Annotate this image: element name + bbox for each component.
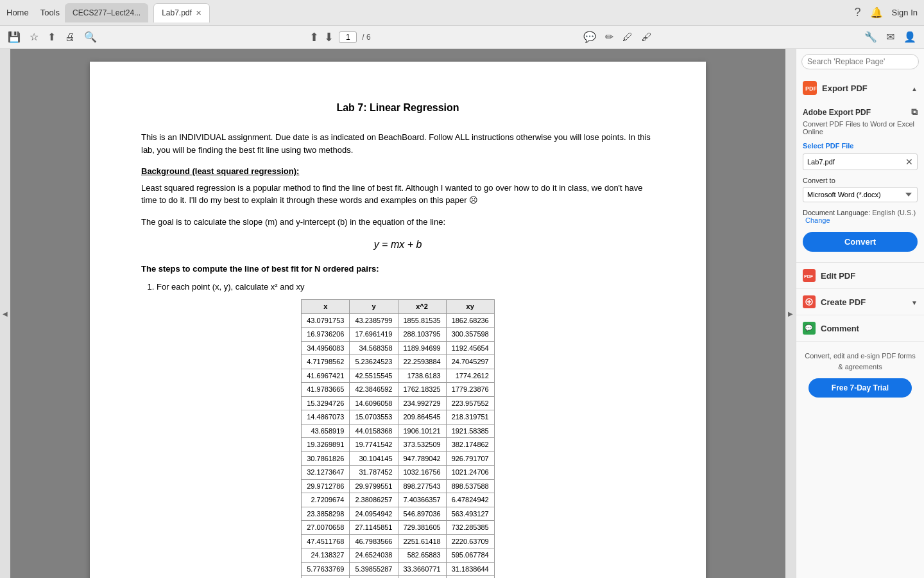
table-cell: 1921.58385 xyxy=(446,424,494,438)
table-row: 15.329472614.6096058234.992729223.957552 xyxy=(302,396,495,410)
table-cell: 27.1145851 xyxy=(350,521,398,535)
table-cell: 373.532509 xyxy=(398,438,446,452)
pdf-goal-text: The goal is to calculate the slope (m) a… xyxy=(141,216,654,229)
comment-icon[interactable]: 💬 xyxy=(583,31,596,43)
table-cell: 1855.81535 xyxy=(398,313,446,328)
table-cell: 23.3858298 xyxy=(302,507,350,521)
search-magnify-icon[interactable]: 🔍 xyxy=(84,31,97,43)
tab-lab7[interactable]: Lab7.pdf ✕ xyxy=(153,3,210,22)
pdf-section1-body: Least squared regression is a popular me… xyxy=(141,182,654,207)
next-page-icon[interactable]: ⬇ xyxy=(324,30,334,44)
table-cell: 47.4511768 xyxy=(302,534,350,548)
table-cell: 22.2593884 xyxy=(398,355,446,369)
create-pdf-item[interactable]: Create PDF xyxy=(796,289,924,315)
export-pdf-label: Export PDF xyxy=(822,83,868,93)
table-row: 4.717985625.2362452322.259388424.7045297 xyxy=(302,355,495,369)
table-row: 47.451176846.79835662251.614182220.63709 xyxy=(302,534,495,548)
edit-pdf-icon: PDF xyxy=(803,269,816,282)
nav-tools[interactable]: Tools xyxy=(40,8,60,17)
table-cell: 546.897036 xyxy=(398,507,446,521)
table-row: 24.13832724.6524038582.65883595.067784 xyxy=(302,548,495,563)
table-row: 6.640735085.4649059844.099362442.9317279 xyxy=(302,576,495,579)
table-cell: 15.3294726 xyxy=(302,396,350,410)
prev-page-icon[interactable]: ⬆ xyxy=(309,30,319,44)
pdf-file-name: Lab7.pdf xyxy=(807,158,835,166)
table-cell: 24.138327 xyxy=(302,548,350,563)
free-trial-button[interactable]: Free 7-Day Trial xyxy=(809,378,912,398)
table-row: 27.007065827.1145851729.381605732.285385 xyxy=(302,521,495,535)
right-collapse-arrow[interactable]: ▶ xyxy=(785,49,796,578)
print-icon[interactable]: 🖨 xyxy=(65,31,75,43)
export-pdf-content: Adobe Export PDF ⧉ Convert PDF Files to … xyxy=(796,101,924,262)
export-pdf-icon: PDF xyxy=(803,81,817,95)
export-pdf-chevron[interactable] xyxy=(911,83,918,93)
pdf-steps-title: The steps to compute the line of best fi… xyxy=(141,263,654,276)
create-pdf-chevron[interactable] xyxy=(911,297,918,307)
col-x: x xyxy=(302,300,350,314)
table-cell: 46.7983566 xyxy=(350,534,398,548)
doc-language-label: Document Language: xyxy=(803,209,870,216)
table-cell: 1021.24706 xyxy=(446,466,494,480)
save-icon[interactable]: 💾 xyxy=(8,31,21,43)
stamp-icon[interactable]: 🖋 xyxy=(642,31,652,43)
table-cell: 1906.10121 xyxy=(398,424,446,438)
export-pdf-header[interactable]: PDF Export PDF xyxy=(796,74,924,101)
table-cell: 29.9712786 xyxy=(302,479,350,493)
table-cell: 42.9317279 xyxy=(446,576,494,579)
convert-format-select[interactable]: Microsoft Word (*.docx) Microsoft Excel … xyxy=(803,187,918,202)
col-x2: x^2 xyxy=(398,300,446,314)
edit-mode-icon[interactable]: 🔧 xyxy=(864,31,877,43)
pdf-intro: This is an INDIVIDUAL assignment. Due da… xyxy=(141,131,654,156)
bookmark-icon[interactable]: ☆ xyxy=(30,31,38,43)
pen-icon[interactable]: ✏ xyxy=(605,31,613,43)
bottom-text: Convert, edit and e-sign PDF forms & agr… xyxy=(805,352,915,371)
table-cell: 31.1838644 xyxy=(446,562,494,576)
table-cell: 30.104145 xyxy=(350,451,398,466)
convert-button[interactable]: Convert xyxy=(803,232,918,252)
tab-cecs[interactable]: CECS277–Lect24... xyxy=(65,3,148,22)
table-cell: 43.658919 xyxy=(302,424,350,438)
table-cell: 1774.2612 xyxy=(446,369,494,383)
table-cell: 32.1273647 xyxy=(302,466,350,480)
select-pdf-label: Select PDF File xyxy=(803,142,918,150)
table-cell: 1189.94699 xyxy=(398,341,446,355)
user-icon[interactable]: 👤 xyxy=(903,31,916,43)
table-cell: 5.46490598 xyxy=(350,576,398,579)
table-cell: 34.568358 xyxy=(350,341,398,355)
table-cell: 5.23624523 xyxy=(350,355,398,369)
mail-icon[interactable]: ✉ xyxy=(886,31,894,43)
edit-pdf-item[interactable]: PDF Edit PDF xyxy=(796,263,924,289)
pdf-file-clear-icon[interactable]: ✕ xyxy=(905,157,913,167)
table-cell: 34.4956083 xyxy=(302,341,350,355)
doc-language-change[interactable]: Change xyxy=(805,216,830,224)
table-cell: 5.77633769 xyxy=(302,562,350,576)
page-number-input[interactable] xyxy=(339,31,357,43)
table-cell: 6.47824942 xyxy=(446,493,494,507)
nav-home[interactable]: Home xyxy=(6,8,29,17)
convert-to-label: Convert to xyxy=(803,177,918,184)
table-row: 23.385829824.0954942546.897036563.493127 xyxy=(302,507,495,521)
help-icon[interactable]: ? xyxy=(855,6,861,19)
table-row: 41.978366542.38465921762.183251779.23876 xyxy=(302,383,495,397)
table-cell: 14.4867073 xyxy=(302,410,350,425)
table-cell: 300.357598 xyxy=(446,328,494,342)
comment-item[interactable]: 💬 Comment xyxy=(796,315,924,342)
table-cell: 27.0070658 xyxy=(302,521,350,535)
table-cell: 898.537588 xyxy=(446,479,494,493)
table-cell: 24.7045297 xyxy=(446,355,494,369)
tab-close-icon[interactable]: ✕ xyxy=(196,9,201,17)
svg-text:💬: 💬 xyxy=(805,324,813,332)
left-collapse-arrow[interactable]: ◀ xyxy=(0,49,10,578)
highlight-icon[interactable]: 🖊 xyxy=(622,31,633,43)
table-row: 34.495608334.5683581189.946991192.45654 xyxy=(302,341,495,355)
sign-in-button[interactable]: Sign In xyxy=(892,8,918,17)
table-cell: 288.103795 xyxy=(398,328,446,342)
copy-icon[interactable]: ⧉ xyxy=(911,107,918,118)
table-cell: 24.6524038 xyxy=(350,548,398,563)
search-input[interactable] xyxy=(801,54,919,69)
upload-icon[interactable]: ⬆ xyxy=(47,31,56,43)
bell-icon[interactable]: 🔔 xyxy=(870,6,883,19)
table-cell: 17.6961419 xyxy=(350,328,398,342)
doc-language-value: English (U.S.) xyxy=(872,209,916,216)
table-cell: 1032.16756 xyxy=(398,466,446,480)
